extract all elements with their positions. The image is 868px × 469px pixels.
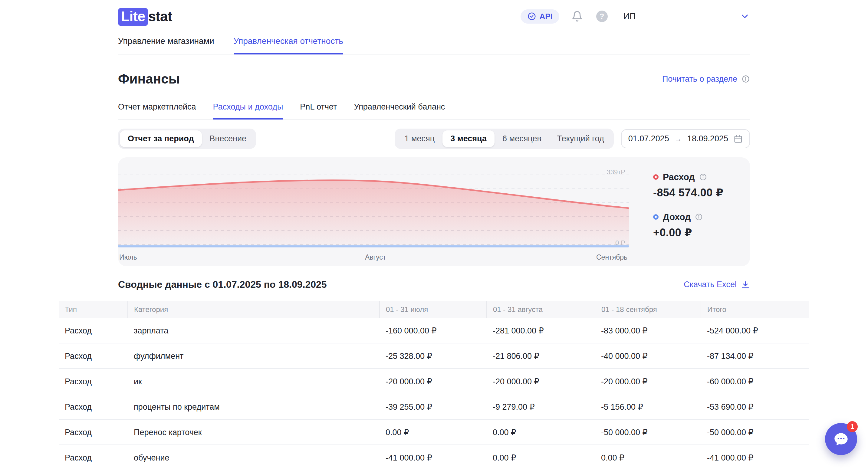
cell-total: -87 134.00 ₽ <box>701 343 809 369</box>
table-row: Расход обучение -41 000.00 ₽ 0.00 ₽ 0.00… <box>59 445 809 469</box>
header: Litestat API ? ИП <box>118 0 750 28</box>
notifications-button[interactable] <box>571 10 583 22</box>
legend-income-group: Доход +0.00 ₽ <box>653 212 723 239</box>
bell-icon <box>571 10 583 22</box>
x-axis-label-september: Сентябрь <box>596 253 627 261</box>
date-range-picker[interactable]: 01.07.2025 → 18.09.2025 <box>621 129 750 148</box>
table-row: Расход Перенос карточек 0.00 ₽ 0.00 ₽ -5… <box>59 419 809 445</box>
about-section-link[interactable]: Почитать о разделе <box>662 74 750 84</box>
date-to-value[interactable]: 18.09.2025 <box>687 134 728 144</box>
cell-category: ик <box>128 369 379 394</box>
period-controls: 1 месяц 3 месяца 6 месяцев Текущий год 0… <box>395 129 750 149</box>
cell-type: Расход <box>59 318 128 343</box>
cell-september: -5 156.00 ₽ <box>595 394 701 419</box>
table-header-row: Тип Категория 01 - 31 июля 01 - 31 авгус… <box>59 301 809 318</box>
info-icon <box>742 75 750 83</box>
info-icon[interactable] <box>699 173 707 181</box>
cell-july: -160 000.00 ₽ <box>379 318 487 343</box>
col-header-total: Итого <box>701 301 809 318</box>
chat-widget-button[interactable]: 1 <box>825 423 857 455</box>
expenses-income-chart: 339тР 0 Р Июль Август Сентябрь Расход -8… <box>118 157 750 266</box>
cell-category: зарплата <box>128 318 379 343</box>
download-icon <box>741 280 750 289</box>
cell-type: Расход <box>59 394 128 419</box>
chat-icon <box>833 431 849 447</box>
mode-report-period-button[interactable]: Отчет за период <box>120 130 202 147</box>
col-header-july: 01 - 31 июля <box>379 301 487 318</box>
nav-tab-store-management[interactable]: Управление магазинами <box>118 36 214 54</box>
cell-august: 0.00 ₽ <box>487 419 595 445</box>
cell-august: -281 000.00 ₽ <box>487 318 595 343</box>
col-header-category: Категория <box>128 301 379 318</box>
period-1-month-button[interactable]: 1 месяц <box>397 130 442 147</box>
subtab-marketplace-report[interactable]: Отчет маркетплейса <box>118 102 196 119</box>
cell-total: -524 000.00 ₽ <box>701 318 809 343</box>
table-row: Расход фулфилмент -25 328.00 ₽ -21 806.0… <box>59 343 809 369</box>
account-menu-button[interactable] <box>740 11 750 22</box>
subtab-expenses-income[interactable]: Расходы и доходы <box>213 102 283 120</box>
subtab-management-balance[interactable]: Управленческий баланс <box>354 102 445 119</box>
download-excel-link[interactable]: Скачать Excel <box>684 280 750 289</box>
period-toggle: 1 месяц 3 месяца 6 месяцев Текущий год <box>395 129 614 149</box>
mode-entry-button[interactable]: Внесение <box>202 130 254 147</box>
cell-type: Расход <box>59 343 128 369</box>
cell-august: -21 806.00 ₽ <box>487 343 595 369</box>
finance-subtabs: Отчет маркетплейса Расходы и доходы PnL … <box>118 102 750 120</box>
col-header-september: 01 - 18 сентября <box>595 301 701 318</box>
y-axis-max-label: 339тР <box>607 168 625 176</box>
period-6-months-button[interactable]: 6 месяцев <box>495 130 549 147</box>
cell-category: проценты по кредитам <box>128 394 379 419</box>
chart-legend: Расход -854 574.00 ₽ Доход +0.00 ₽ <box>653 172 723 239</box>
main-nav: Управление магазинами Управленческая отч… <box>118 36 750 55</box>
cell-type: Расход <box>59 419 128 445</box>
area-chart <box>118 166 629 257</box>
logo-highlight: Lite <box>118 8 148 26</box>
summary-table: Тип Категория 01 - 31 июля 01 - 31 авгус… <box>59 301 809 469</box>
cell-category: обучение <box>128 445 379 469</box>
cell-september: -83 000.00 ₽ <box>595 318 701 343</box>
account-label[interactable]: ИП <box>623 11 636 21</box>
arrow-right-icon: → <box>675 135 682 143</box>
app-root: Litestat API ? ИП Упра <box>0 0 868 469</box>
cell-september: -50 000.00 ₽ <box>595 419 701 445</box>
header-actions: API ? ИП <box>521 9 750 24</box>
info-icon[interactable] <box>695 213 703 221</box>
x-axis-label-july: Июль <box>119 253 137 261</box>
expense-ring-icon <box>653 174 658 180</box>
chat-unread-badge: 1 <box>847 421 858 432</box>
table-row: Расход ик -20 000.00 ₽ -20 000.00 ₽ -20 … <box>59 369 809 394</box>
period-current-year-button[interactable]: Текущий год <box>549 130 612 147</box>
income-legend-label: Доход <box>663 212 691 222</box>
cell-july: 0.00 ₽ <box>379 419 487 445</box>
col-header-type: Тип <box>59 301 128 318</box>
expense-total-value: -854 574.00 ₽ <box>653 186 723 199</box>
nav-tab-management-reporting[interactable]: Управленческая отчетность <box>234 36 343 55</box>
period-3-months-button[interactable]: 3 месяца <box>442 130 495 147</box>
help-button[interactable]: ? <box>596 10 608 22</box>
chevron-down-icon <box>740 11 750 22</box>
cell-august: 0.00 ₽ <box>487 445 595 469</box>
mode-toggle: Отчет за период Внесение <box>118 129 256 149</box>
cell-july: -39 255.00 ₽ <box>379 394 487 419</box>
logo[interactable]: Litestat <box>118 8 172 25</box>
cell-type: Расход <box>59 369 128 394</box>
cell-september: -40 000.00 ₽ <box>595 343 701 369</box>
cell-september: 0.00 ₽ <box>595 445 701 469</box>
col-header-august: 01 - 31 августа <box>487 301 595 318</box>
cell-july: -25 328.00 ₽ <box>379 343 487 369</box>
cell-september: -20 000.00 ₽ <box>595 369 701 394</box>
summary-row: Сводные данные с 01.07.2025 по 18.09.202… <box>118 279 750 290</box>
api-badge[interactable]: API <box>521 9 559 24</box>
table-row: Расход проценты по кредитам -39 255.00 ₽… <box>59 394 809 419</box>
about-link-label: Почитать о разделе <box>662 74 737 84</box>
cell-total: -41 000.00 ₽ <box>701 445 809 469</box>
api-label: API <box>539 12 552 21</box>
subtab-pnl-report[interactable]: PnL отчет <box>300 102 337 119</box>
page-title: Финансы <box>118 71 180 87</box>
date-from-value[interactable]: 01.07.2025 <box>628 134 669 144</box>
help-icon: ? <box>599 12 604 21</box>
y-axis-zero-label: 0 Р <box>615 239 625 247</box>
cell-type: Расход <box>59 445 128 469</box>
table-row: Расход зарплата -160 000.00 ₽ -281 000.0… <box>59 318 809 343</box>
cell-total: -50 000.00 ₽ <box>701 419 809 445</box>
